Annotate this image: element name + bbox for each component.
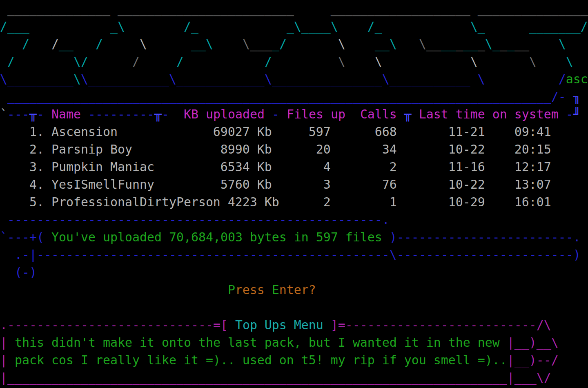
banner-art-row-4: \_________\\___________\____________\___…	[0, 70, 588, 88]
terminal-screen[interactable]: ______________ ________________________ …	[0, 0, 588, 388]
table-header: `---╥- Name ---------╥- KB uploaded - Fi…	[0, 105, 588, 123]
press-enter-prompt: Press Enter?	[0, 281, 588, 299]
summary-box-top: ----------------------------------------…	[0, 211, 588, 228]
upload-summary: `---+( You've uploaded 70,684,003 bytes …	[0, 228, 588, 246]
table-row-4: 4. YesISmellFunny 5760 Kb 3 76 10-22 13:…	[0, 176, 588, 193]
table-row-2: 2. Parsnip Boy 8990 Kb 20 34 10-22 20:15	[0, 140, 588, 158]
summary-box-bottom: .-|-------------------------------------…	[0, 246, 588, 263]
table-row-1: 1. Ascension 69027 Kb 597 668 11-21 09:4…	[0, 123, 588, 140]
banner-art-row-2: / /__ / \ __\ \____/ \ __\ \________\___…	[0, 35, 588, 53]
banner-art-row-3: / \/ / / / \ \ \ \ \	[0, 53, 588, 70]
menu-text-line-1: | this didn't make it onto the last pack…	[0, 334, 588, 351]
banner-art-row-1: /___ _\ /_ _\____\ /_ \_ _______/	[0, 18, 588, 35]
banner-art-row-0: ______________ ________________________ …	[0, 0, 588, 18]
table-row-3: 3. Pumpkin Maniac 6534 Kb 4 2 11-16 12:1…	[0, 158, 588, 176]
table-row-5: 5. ProfessionalDirtyPerson 4223 Kb 2 1 1…	[0, 193, 588, 211]
menu-box-bottom: |_______________________________________…	[0, 369, 588, 386]
menu-box-header: .----------------------------=[ Top Ups …	[0, 316, 588, 334]
blank-line	[0, 299, 588, 316]
summary-box-tail: (-)	[0, 263, 588, 281]
banner-underline: ________________________________________…	[0, 88, 588, 105]
menu-text-line-2: | pack cos I really like it =).. used on…	[0, 351, 588, 369]
